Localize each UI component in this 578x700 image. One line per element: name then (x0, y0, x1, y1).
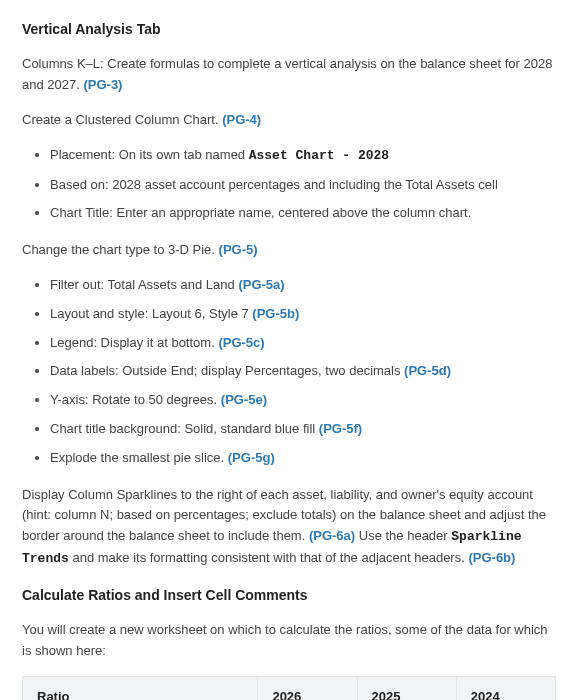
list-item: Filter out: Total Assets and Land (PG-5a… (50, 275, 556, 296)
text: Change the chart type to 3-D Pie. (22, 242, 219, 257)
list-item: Chart title background: Solid, standard … (50, 419, 556, 440)
reference-pg5g: (PG-5g) (228, 450, 275, 465)
list-item: Y-axis: Rotate to 50 degrees. (PG-5e) (50, 390, 556, 411)
paragraph: Display Column Sparklines to the right o… (22, 485, 556, 570)
text: Layout and style: Layout 6, Style 7 (50, 306, 252, 321)
list-item: Chart Title: Enter an appropriate name, … (50, 203, 556, 224)
text: Placement: On its own tab named (50, 147, 249, 162)
list-item: Explode the smallest pie slice. (PG-5g) (50, 448, 556, 469)
table-header: Ratio (23, 676, 258, 700)
reference-pg4: (PG-4) (222, 112, 261, 127)
reference-pg6a: (PG-6a) (309, 528, 355, 543)
reference-pg5b: (PG-5b) (252, 306, 299, 321)
section-heading-calculate-ratios: Calculate Ratios and Insert Cell Comment… (22, 584, 556, 606)
reference-pg3: (PG-3) (83, 77, 122, 92)
text: Create a Clustered Column Chart. (22, 112, 222, 127)
list-item: Data labels: Outside End; display Percen… (50, 361, 556, 382)
table-header: 2025 (357, 676, 456, 700)
bullet-list: Placement: On its own tab named Asset Ch… (22, 145, 556, 224)
reference-pg5c: (PG-5c) (218, 335, 264, 350)
reference-pg5f: (PG-5f) (319, 421, 362, 436)
list-item: Layout and style: Layout 6, Style 7 (PG-… (50, 304, 556, 325)
list-item: Legend: Display it at bottom. (PG-5c) (50, 333, 556, 354)
monospace-text: Asset Chart - 2028 (249, 148, 389, 163)
paragraph: Columns K–L: Create formulas to complete… (22, 54, 556, 96)
text: Data labels: Outside End; display Percen… (50, 363, 404, 378)
list-item: Placement: On its own tab named Asset Ch… (50, 145, 556, 167)
paragraph: You will create a new worksheet on which… (22, 620, 556, 662)
table-header: 2024 (456, 676, 555, 700)
text: Legend: Display it at bottom. (50, 335, 218, 350)
text: Y-axis: Rotate to 50 degrees. (50, 392, 221, 407)
list-item: Based on: 2028 asset account percentages… (50, 175, 556, 196)
text: and make its formatting consistent with … (69, 550, 469, 565)
section-heading-vertical-analysis: Vertical Analysis Tab (22, 18, 556, 40)
table-header-row: Ratio 2026 2025 2024 (23, 676, 556, 700)
paragraph: Change the chart type to 3-D Pie. (PG-5) (22, 240, 556, 261)
text: Explode the smallest pie slice. (50, 450, 228, 465)
bullet-list: Filter out: Total Assets and Land (PG-5a… (22, 275, 556, 469)
ratios-table: Ratio 2026 2025 2024 Current Ratio 7.62 … (22, 676, 556, 700)
text: Chart title background: Solid, standard … (50, 421, 319, 436)
reference-pg5d: (PG-5d) (404, 363, 451, 378)
reference-pg6b: (PG-6b) (468, 550, 515, 565)
paragraph: Create a Clustered Column Chart. (PG-4) (22, 110, 556, 131)
text: Filter out: Total Assets and Land (50, 277, 238, 292)
table-header: 2026 (258, 676, 357, 700)
reference-pg5a: (PG-5a) (238, 277, 284, 292)
text: Use the header (355, 528, 451, 543)
reference-pg5: (PG-5) (219, 242, 258, 257)
reference-pg5e: (PG-5e) (221, 392, 267, 407)
